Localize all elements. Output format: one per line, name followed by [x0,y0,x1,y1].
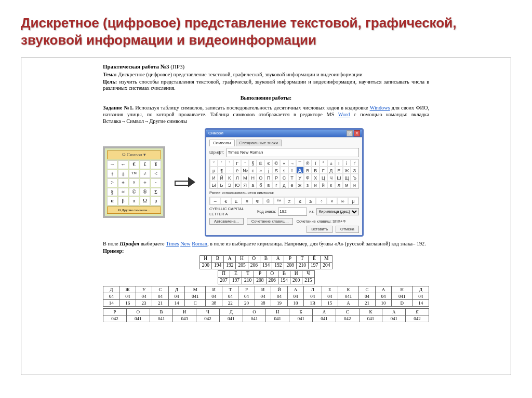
char-cell[interactable]: ё [233,167,241,174]
char-cell[interactable]: і [343,159,351,167]
recent-cell[interactable]: ≤ [295,197,305,204]
char-cell[interactable]: м [343,181,351,188]
symbol-cell[interactable]: § [107,188,117,197]
char-cell[interactable]: Ё [257,159,264,167]
recent-cell[interactable]: – [210,197,220,204]
char-cell[interactable]: Р [272,174,280,181]
char-cell[interactable]: М [241,174,249,181]
close-icon[interactable]: X [354,130,360,136]
char-cell[interactable]: б [257,181,264,188]
symbol-cell[interactable]: Ω [140,197,150,205]
recent-cell[interactable]: μ [348,197,358,204]
char-cell[interactable]: к [327,181,335,188]
char-cell[interactable]: Ь [218,181,225,188]
char-cell[interactable]: ґ [351,159,358,167]
char-cell[interactable]: Й [218,174,225,181]
font-input[interactable] [227,148,359,157]
char-cell[interactable]: а [249,181,257,188]
char-cell[interactable]: П [264,174,272,181]
char-cell[interactable]: Ю [233,181,241,188]
tab-special[interactable]: Специальные знаки [236,140,282,146]
char-cell[interactable]: Я [241,181,249,188]
symbol-cell[interactable]: ± [118,179,128,187]
char-cell[interactable]: Ш [335,174,343,181]
char-cell[interactable]: ± [327,159,335,167]
recent-cell[interactable]: ∞ [337,197,348,204]
char-cell[interactable]: Γ [233,159,241,167]
symbol-dropdown-header[interactable]: Ω Символ ▾ [107,150,161,159]
char-cell[interactable]: Щ [343,174,351,181]
char-cell[interactable]: ` [225,159,233,167]
char-cell[interactable]: К [225,174,233,181]
recent-cell[interactable]: € [220,197,231,204]
char-cell[interactable]: Ц [320,174,327,181]
recent-cell[interactable]: ™ [274,197,284,204]
recent-cell[interactable]: ÷ [316,197,326,204]
char-cell[interactable]: μ [210,167,218,174]
symbol-cell[interactable]: ÷ [140,179,150,187]
char-cell[interactable]: Т [288,174,296,181]
recent-grid[interactable]: –€£¥Φ®™≠≤≥÷×∞μ [209,197,359,205]
char-cell[interactable]: Ѕ [272,167,280,174]
char-cell[interactable]: ´ [218,159,225,167]
recent-cell[interactable]: ¥ [242,197,252,204]
char-cell[interactable]: Э [225,181,233,188]
symbol-cell[interactable]: € [129,160,139,169]
char-cell[interactable]: В [312,167,320,174]
char-cell[interactable]: ° [320,159,327,167]
char-cell[interactable]: ® [304,159,312,167]
char-cell[interactable]: з [304,181,312,188]
char-cell[interactable]: и [312,181,320,188]
from-select[interactable]: Кириллица (дес.) [316,208,359,215]
char-cell[interactable]: л [335,181,343,188]
char-cell[interactable]: ˘ [210,159,218,167]
btn-autocorrect[interactable]: Автозамена... [209,218,244,225]
char-cell[interactable]: Ы [210,181,218,188]
char-cell[interactable]: ѕ [280,167,288,174]
char-cell[interactable]: д [280,181,288,188]
char-cell[interactable]: Л [233,174,241,181]
char-cell[interactable]: ¨ [241,159,249,167]
char-cell[interactable]: ¶ [218,167,225,174]
symbol-cell[interactable]: < [151,170,161,179]
symbol-quick-grid[interactable]: →←€£¥†‡™≠<>±×÷·§≈©®ΣαβπΩμ [107,160,161,205]
link-times[interactable]: Times [166,241,179,246]
char-cell[interactable]: й [320,181,327,188]
link-roman[interactable]: Roman [192,241,207,246]
char-cell[interactable]: е [288,181,296,188]
recent-cell[interactable]: ≠ [284,197,295,204]
char-cell[interactable]: Ч [327,174,335,181]
symbol-cell[interactable]: ≈ [118,188,128,197]
char-cell[interactable]: · [225,167,233,174]
char-cell[interactable]: Е [335,167,343,174]
recent-cell[interactable]: Φ [252,197,263,204]
char-cell[interactable]: ж [296,181,304,188]
char-cell[interactable]: Ж [343,167,351,174]
char-cell[interactable]: О [257,174,264,181]
char-cell[interactable]: € [264,159,272,167]
symbol-cell[interactable]: ≠ [140,170,150,179]
recent-cell[interactable]: £ [231,197,242,204]
symbol-cell[interactable]: · [151,179,161,187]
link-windows[interactable]: Windows [370,105,390,111]
symbol-cell[interactable]: ← [118,160,128,169]
recent-cell[interactable]: ≥ [305,197,316,204]
char-cell[interactable]: » [257,167,264,174]
char-cell[interactable]: ¯ [296,159,304,167]
char-cell[interactable]: Ъ [351,174,358,181]
char-cell[interactable]: С [280,174,288,181]
recent-cell[interactable]: × [327,197,337,204]
symbol-cell[interactable]: ™ [129,170,139,179]
symbol-cell[interactable]: × [129,179,139,187]
symbol-cell[interactable]: † [107,170,117,179]
char-cell[interactable]: § [249,159,257,167]
symbol-cell[interactable]: α [107,197,117,205]
char-cell[interactable]: Ї [312,159,320,167]
btn-cancel[interactable]: Отмена [336,226,359,232]
char-cell[interactable]: г [272,181,280,188]
char-cell[interactable]: І [335,159,343,167]
symbol-cell[interactable]: © [129,188,139,197]
char-cell[interactable]: № [241,167,249,174]
char-cell[interactable]: Г [320,167,327,174]
char-grid[interactable]: ˘´`Γ¨§Ё€©«¬¯®Ї°±Ііґμ¶·ё№є»јЅѕїАБВГДЕЖЗИЙ… [209,159,359,189]
